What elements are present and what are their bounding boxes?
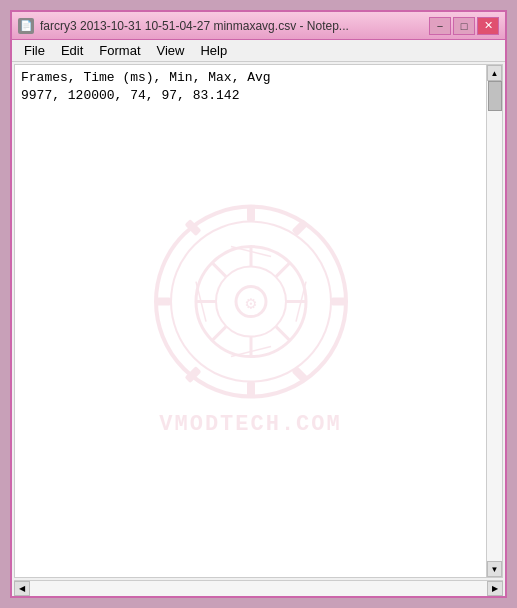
menu-view[interactable]: View [149, 41, 193, 60]
content-area: Frames, Time (ms), Min, Max, Avg 9977, 1… [14, 64, 503, 578]
menu-bar: File Edit Format View Help [12, 40, 505, 62]
scroll-down-button[interactable]: ▼ [487, 561, 502, 577]
vertical-scrollbar[interactable]: ▲ ▼ [486, 65, 502, 577]
scroll-thumb[interactable] [488, 81, 502, 111]
svg-line-18 [276, 327, 290, 341]
svg-rect-7 [184, 219, 201, 236]
title-bar-left: 📄 farcry3 2013-10-31 10-51-04-27 minmaxa… [18, 18, 349, 34]
menu-help[interactable]: Help [192, 41, 235, 60]
svg-text:⚙: ⚙ [245, 294, 256, 314]
svg-line-22 [231, 347, 271, 357]
svg-point-0 [156, 207, 346, 397]
svg-rect-2 [247, 206, 255, 222]
horizontal-scrollbar[interactable]: ◀ ▶ [14, 580, 503, 596]
watermark: ⚙ VMODTECH.COM [151, 202, 351, 441]
svg-line-21 [231, 247, 271, 257]
title-buttons: − □ ✕ [429, 17, 499, 35]
notepad-window: 📄 farcry3 2013-10-31 10-51-04-27 minmaxa… [10, 10, 507, 598]
svg-rect-8 [291, 366, 308, 383]
window-title: farcry3 2013-10-31 10-51-04-27 minmaxavg… [40, 19, 349, 33]
minimize-button[interactable]: − [429, 17, 451, 35]
svg-line-24 [296, 282, 306, 322]
svg-rect-6 [291, 219, 308, 236]
watermark-text: VMODTECH.COM [159, 410, 341, 441]
text-line-1: Frames, Time (ms), Min, Max, Avg [21, 69, 480, 87]
text-editor[interactable]: Frames, Time (ms), Min, Max, Avg 9977, 1… [15, 65, 486, 577]
text-line-2: 9977, 120000, 74, 97, 83.142 [21, 87, 480, 105]
scroll-right-button[interactable]: ▶ [487, 581, 503, 596]
svg-point-12 [236, 287, 266, 317]
menu-edit[interactable]: Edit [53, 41, 91, 60]
svg-line-19 [276, 263, 290, 277]
scroll-h-track[interactable] [30, 581, 487, 596]
menu-format[interactable]: Format [91, 41, 148, 60]
svg-line-17 [212, 263, 226, 277]
scroll-left-button[interactable]: ◀ [14, 581, 30, 596]
close-button[interactable]: ✕ [477, 17, 499, 35]
app-icon: 📄 [18, 18, 34, 34]
svg-line-23 [196, 282, 206, 322]
maximize-button[interactable]: □ [453, 17, 475, 35]
title-bar: 📄 farcry3 2013-10-31 10-51-04-27 minmaxa… [12, 12, 505, 40]
menu-file[interactable]: File [16, 41, 53, 60]
svg-rect-3 [247, 382, 255, 398]
svg-rect-4 [155, 298, 171, 306]
watermark-logo-svg: ⚙ [151, 202, 351, 402]
scroll-track[interactable] [487, 81, 502, 561]
svg-rect-9 [184, 366, 201, 383]
scroll-up-button[interactable]: ▲ [487, 65, 502, 81]
svg-point-10 [196, 247, 306, 357]
svg-rect-5 [331, 298, 347, 306]
svg-line-20 [212, 327, 226, 341]
svg-point-1 [171, 222, 331, 382]
svg-point-11 [216, 267, 286, 337]
